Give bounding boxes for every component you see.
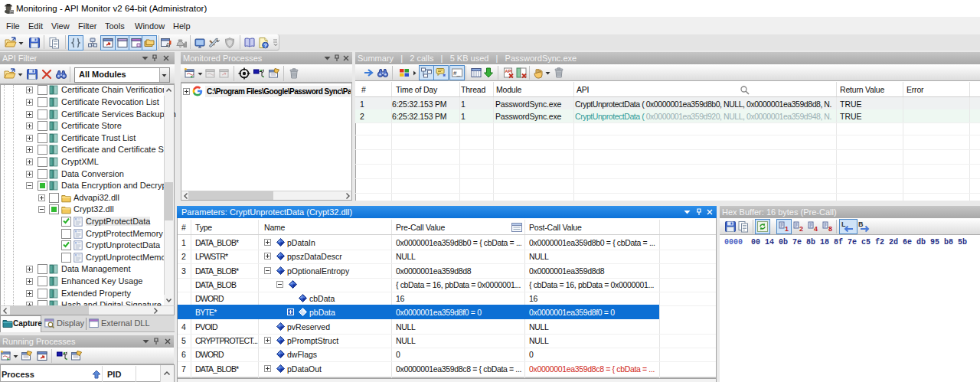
svg-text:8: 8 <box>828 225 832 233</box>
svg-text:API: API <box>505 69 513 73</box>
svg-text:#_: #_ <box>453 70 460 77</box>
svg-text:4: 4 <box>814 225 818 233</box>
svg-text:B: B <box>858 220 864 228</box>
svg-text:1: 1 <box>785 225 789 233</box>
svg-text:?: ? <box>263 42 267 49</box>
svg-text:2: 2 <box>799 225 803 233</box>
svg-text:L: L <box>841 220 846 228</box>
